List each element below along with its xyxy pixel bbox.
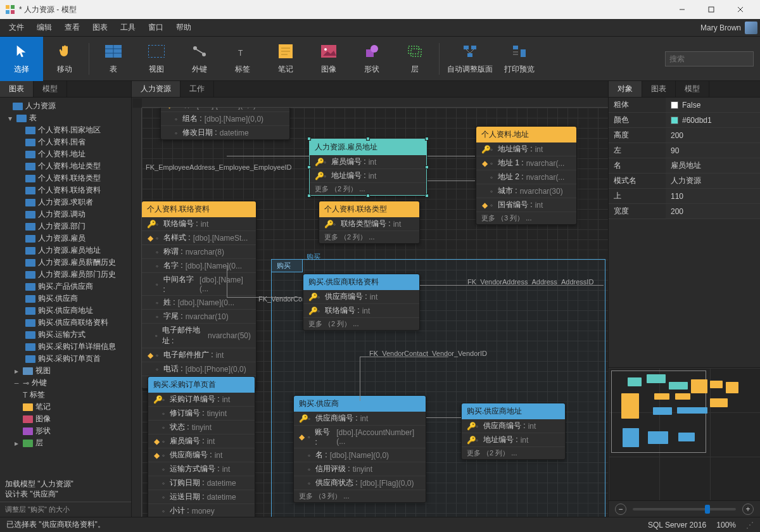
tool-fk[interactable]: 外键 <box>178 37 221 81</box>
column-row[interactable]: ◦小计 : money <box>148 504 255 517</box>
search-box[interactable] <box>665 51 754 66</box>
tool-print[interactable]: 打印预览 <box>498 37 541 81</box>
column-row[interactable]: ◦地址 2 : nvarchar(... <box>476 170 576 184</box>
object-tree[interactable]: 人力资源 ▾表 个人资料.国家地区个人资料.国省个人资料.地址个人资料.地址类型… <box>0 98 131 476</box>
entity-contact[interactable]: 个人资料.联络资料 🔑◦联络编号 : int◆◦名样式 : [dbo].[Nam… <box>141 201 256 389</box>
tree-table-item[interactable]: 人力资源.部门 <box>0 220 131 232</box>
diagram-canvas[interactable]: 购买 购买 FK_EmployeeAddress_Employee_Employ… <box>132 98 608 517</box>
user-name[interactable]: Mary Brown <box>700 23 741 32</box>
column-row[interactable]: ◆◦账号 : [dbo].[AccountNumber](... <box>294 425 426 448</box>
menu-file[interactable]: 文件 <box>3 20 30 35</box>
tree-fks[interactable]: –⊸外键 <box>0 377 131 389</box>
column-row[interactable]: ◦名 : [dbo].[Name](0,0) <box>294 448 426 462</box>
tool-shape[interactable]: 形状 <box>350 37 393 81</box>
right-tab-model[interactable]: 模型 <box>676 81 709 97</box>
tool-view[interactable]: 视图 <box>135 37 178 81</box>
tool-autolayout[interactable]: 自动调整版面 <box>442 37 498 81</box>
tree-table-item[interactable]: 人力资源.雇员 <box>0 232 131 244</box>
menu-window[interactable]: 窗口 <box>142 20 170 35</box>
zoom-in-button[interactable]: + <box>742 504 754 515</box>
right-tab-diagram[interactable]: 图表 <box>642 81 676 97</box>
left-tab-diagram[interactable]: 图表 <box>0 81 34 97</box>
column-row[interactable]: 🔑◦地址编号 : int <box>476 142 576 156</box>
tree-table-item[interactable]: 人力资源.求职者 <box>0 196 131 208</box>
tree-table-item[interactable]: 个人资料.联络资料 <box>0 184 131 196</box>
property-row[interactable]: 名雇员地址 <box>609 158 760 174</box>
property-row[interactable]: 上110 <box>609 189 760 204</box>
entity-po-header[interactable]: 购买.采购订单页首 🔑◦采购订单编号 : int◦修订编号 : tinyint◦… <box>148 376 255 517</box>
column-row[interactable]: ◦运送日期 : datetime <box>148 490 255 504</box>
tool-image[interactable]: 图像 <box>307 37 350 81</box>
close-button[interactable] <box>726 0 755 19</box>
property-row[interactable]: 颜色#60dbd1 <box>609 113 760 128</box>
column-row[interactable]: ◆◦地址 1 : nvarchar(... <box>476 156 576 170</box>
tree-table-item[interactable]: 购买.运输方式 <box>0 329 131 341</box>
column-row[interactable]: ◆◦名样式 : [dbo].[NameSt... <box>142 231 256 244</box>
column-row[interactable]: ◆◦国省编号 : int <box>476 198 576 212</box>
column-row[interactable]: 🔑◦供应商编号 : int <box>294 412 426 425</box>
minimize-button[interactable] <box>668 0 697 19</box>
column-row[interactable]: 🔑◦地址编号 : int <box>310 168 426 182</box>
right-tab-object[interactable]: 对象 <box>609 81 642 97</box>
column-row[interactable]: ◦状态 : tinyint <box>148 420 255 434</box>
overview-map[interactable] <box>609 367 760 500</box>
column-row[interactable]: ◦运输方式编号 : int <box>148 462 255 476</box>
tree-images[interactable]: 图像 <box>0 413 131 425</box>
maximize-button[interactable] <box>697 0 726 19</box>
tree-views[interactable]: ▸视图 <box>0 365 131 377</box>
column-row[interactable]: ◦供应商状态 : [dbo].[Flag](0,0) <box>294 476 426 490</box>
column-row[interactable]: 🔑◦供应商编号 : int <box>303 290 419 303</box>
column-row[interactable]: 🔑◦雇员编号 : int <box>310 155 426 168</box>
tree-root[interactable]: 人力资源 <box>0 100 131 112</box>
center-tab-hr[interactable]: 人力资源 <box>132 81 180 97</box>
tree-notes[interactable]: 笔记 <box>0 401 131 413</box>
tree-table-item[interactable]: 购买.供应商地址 <box>0 305 131 317</box>
tree-table-item[interactable]: 个人资料.国家地区 <box>0 124 131 136</box>
tree-table-item[interactable]: 人力资源.雇员部门历史 <box>0 269 131 281</box>
column-row[interactable]: 🔑◦联络编号 : int <box>142 217 256 231</box>
tree-table-item[interactable]: 个人资料.地址类型 <box>0 160 131 172</box>
tool-select[interactable]: 选择 <box>0 37 43 81</box>
menu-diagram[interactable]: 图表 <box>86 20 114 35</box>
column-row[interactable]: ◦电话 : [dbo].[Phone](0,0) <box>142 362 256 376</box>
entity-vendor-address[interactable]: 购买.供应商地址 🔑◦供应商编号 : int🔑◦地址编号 : int 更多 （2… <box>461 403 566 460</box>
entity-person-address[interactable]: 个人资料.地址 🔑◦地址编号 : int◆◦地址 1 : nvarchar(..… <box>476 126 577 225</box>
search-input[interactable] <box>669 54 760 63</box>
column-row[interactable]: 🔑◦联络类型编号 : int <box>319 217 419 231</box>
tree-labels[interactable]: T标签 <box>0 389 131 401</box>
tree-table-item[interactable]: 购买.供应商联络资料 <box>0 317 131 329</box>
column-row[interactable]: ◦中间名字 : [dbo].[Name](... <box>142 272 256 295</box>
property-row[interactable]: 左90 <box>609 143 760 158</box>
avatar[interactable] <box>745 22 757 34</box>
tree-table-item[interactable]: 人力资源.雇员地址 <box>0 244 131 256</box>
menu-edit[interactable]: 编辑 <box>30 20 58 35</box>
menu-help[interactable]: 帮助 <box>170 20 198 35</box>
tree-shapes[interactable]: 形状 <box>0 425 131 437</box>
zoom-out-button[interactable]: − <box>615 504 626 515</box>
tool-label[interactable]: T 标签 <box>221 37 264 81</box>
tree-tables[interactable]: ▾表 <box>0 112 131 124</box>
property-grid[interactable]: 粗体False颜色#60dbd1高度200左90名雇员地址模式名人力资源上110… <box>609 98 760 219</box>
tree-table-item[interactable]: 购买.供应商 <box>0 293 131 305</box>
column-row[interactable]: ◦订购日期 : datetime <box>148 476 255 490</box>
menu-tools[interactable]: 工具 <box>114 20 142 35</box>
column-row[interactable]: ◦名字 : [dbo].[Name](0... <box>142 258 256 272</box>
tree-table-item[interactable]: 购买.采购订单详细信息 <box>0 341 131 353</box>
property-row[interactable]: 模式名人力资源 <box>609 174 760 189</box>
property-row[interactable]: 粗体False <box>609 98 760 113</box>
tool-note[interactable]: 笔记 <box>264 37 307 81</box>
tree-table-item[interactable]: 人力资源.雇员薪酬历史 <box>0 256 131 269</box>
column-row[interactable]: 🔑◦联络编号 : int <box>303 303 419 317</box>
property-row[interactable]: 宽度200 <box>609 204 760 219</box>
column-row[interactable]: 🔑◦地址编号 : int <box>462 433 565 446</box>
tree-table-item[interactable]: 个人资料.联络类型 <box>0 172 131 184</box>
left-tab-model[interactable]: 模型 <box>34 81 67 97</box>
column-row[interactable]: ◦电子邮件地址 : nvarchar(50) <box>142 323 256 348</box>
column-row[interactable]: ◦信用评级 : tinyint <box>294 462 426 476</box>
tree-table-item[interactable]: 个人资料.国省 <box>0 136 131 148</box>
tree-table-item[interactable]: 购买.采购订单页首 <box>0 353 131 365</box>
tool-layer[interactable]: 层 <box>393 37 436 81</box>
entity-employee-address[interactable]: 人力资源.雇员地址 🔑◦雇员编号 : int🔑◦地址编号 : int 更多 （2… <box>309 139 427 196</box>
center-tab-work[interactable]: 工作 <box>180 81 214 97</box>
column-row[interactable]: 🔑◦供应商编号 : int <box>462 419 565 433</box>
